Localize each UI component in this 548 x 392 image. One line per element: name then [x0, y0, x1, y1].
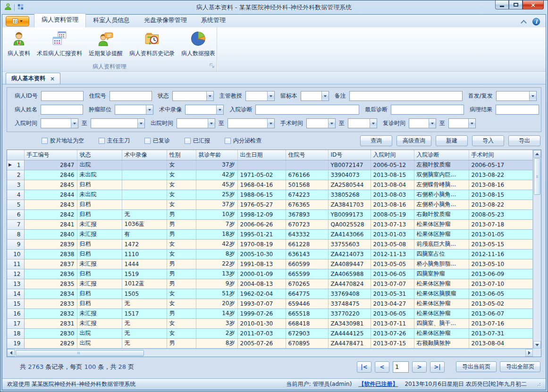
cell[interactable]: 1970-08-19: [237, 239, 286, 249]
filter-combo-手术时间[interactable]: [306, 118, 336, 128]
cell[interactable]: 松果体区肿瘤: [414, 309, 469, 318]
filter-input-住院号[interactable]: [110, 91, 152, 101]
cell[interactable]: 2012-11-13: [371, 249, 414, 259]
table-row[interactable]: 172831未汇报无女3岁2010-01-30668418ZA343098120…: [7, 318, 533, 328]
row-number-cell[interactable]: 17: [7, 318, 24, 328]
cell[interactable]: 8岁: [196, 338, 237, 348]
cell[interactable]: 无: [122, 328, 167, 338]
cell[interactable]: 2013-07-18: [469, 219, 533, 229]
cell[interactable]: 松果体区脑膜瘤: [414, 289, 469, 299]
cell[interactable]: 25岁: [196, 190, 237, 200]
cell[interactable]: 2842: [24, 209, 77, 219]
combo-dropdown-button[interactable]: [370, 119, 377, 128]
cell[interactable]: 2011-07-03: [237, 328, 286, 338]
cell[interactable]: 出院: [77, 338, 122, 348]
cell[interactable]: 归档: [77, 269, 122, 279]
ribbon-tab-2[interactable]: 科室人员信息: [86, 14, 137, 27]
cell[interactable]: 14岁: [196, 309, 237, 318]
combo-dropdown-button[interactable]: [267, 119, 274, 128]
cell[interactable]: 33805268: [328, 190, 371, 200]
table-row[interactable]: 92839归档1472女42岁1970-08-19661228337556032…: [7, 239, 533, 249]
table-row[interactable]: 102838归档1110女8岁2005-10-30636143ZA4214073…: [7, 249, 533, 259]
cell[interactable]: 1036蓝: [122, 219, 167, 229]
scroll-left-icon[interactable]: [7, 349, 15, 357]
cell[interactable]: 右额颞脑脓肿: [414, 338, 469, 348]
cell[interactable]: 660599: [286, 259, 328, 269]
cell[interactable]: 33770220: [328, 309, 371, 318]
cell[interactable]: YB0072147: [328, 160, 371, 170]
combo-dropdown-button[interactable]: [429, 119, 436, 128]
cell[interactable]: 2837: [24, 259, 77, 269]
cell[interactable]: 2013-06-05: [371, 309, 414, 318]
export-current-page-button[interactable]: 导出当前页: [456, 361, 497, 372]
row-number-cell[interactable]: 18: [7, 328, 24, 338]
scroll-up-icon[interactable]: [533, 150, 541, 158]
cell[interactable]: 前颅底巨大脑...: [414, 239, 469, 249]
ribbon-button-4[interactable]: 病人资料历史记录: [126, 29, 178, 63]
checkbox-2[interactable]: 主任主刀: [99, 137, 130, 145]
checkbox-4[interactable]: 已汇报: [185, 137, 210, 145]
table-row[interactable]: 82840未汇报有男18岁1995-01-21643332ZA414306620…: [7, 229, 533, 239]
cell[interactable]: 2013-04-27: [371, 299, 414, 309]
table-row[interactable]: 72841未汇报1036蓝男7岁2006-06-26670723QA002552…: [7, 219, 533, 229]
cell[interactable]: 42岁: [196, 170, 237, 180]
checkbox-5[interactable]: 内分泌检查: [225, 137, 261, 145]
cell[interactable]: 643332: [286, 229, 328, 239]
cell[interactable]: 2013-06-05: [469, 289, 533, 299]
cell[interactable]: 636143: [286, 249, 328, 259]
cell[interactable]: 1012蓝: [122, 279, 167, 289]
cell[interactable]: YB0099173: [328, 209, 371, 219]
cell[interactable]: 2844: [24, 190, 77, 200]
cell[interactable]: 2013-08-04: [371, 180, 414, 190]
cell[interactable]: 2829: [24, 338, 77, 348]
filter-input-病人ID号[interactable]: [41, 91, 84, 101]
cell[interactable]: 四脑室占位: [414, 249, 469, 259]
cell[interactable]: 未汇报: [77, 309, 122, 318]
combo-dropdown-button[interactable]: [71, 119, 78, 128]
vertical-scroll-thumb[interactable]: [534, 158, 540, 195]
cell[interactable]: 左额叶胶质瘤: [414, 160, 469, 170]
cell[interactable]: 未汇报: [77, 219, 122, 229]
cell[interactable]: 2006-05-12: [371, 160, 414, 170]
combo-dropdown-button[interactable]: [529, 92, 536, 100]
checkbox-3[interactable]: 已复诊: [144, 137, 170, 145]
table-row[interactable]: 112837未汇报1444男22岁1991-08-13660599ZA40894…: [7, 259, 533, 269]
cell[interactable]: 37岁: [196, 160, 237, 170]
cell[interactable]: 1472: [122, 239, 167, 249]
cell[interactable]: 2013-08-16: [371, 200, 414, 209]
cell[interactable]: 出院: [77, 328, 122, 338]
cell[interactable]: [122, 160, 167, 170]
filter-input-病人姓名[interactable]: [41, 105, 83, 115]
cell[interactable]: 2835: [24, 279, 77, 289]
cell[interactable]: 未汇报: [77, 318, 122, 328]
quick-access-icon[interactable]: [17, 3, 24, 12]
export-all-pages-button[interactable]: 导出全部页: [500, 361, 540, 372]
row-number-cell[interactable]: 10: [7, 249, 24, 259]
cell[interactable]: 1995-01-21: [237, 229, 286, 239]
cell[interactable]: 670265: [286, 279, 328, 289]
combo-dropdown-button[interactable]: [208, 119, 215, 128]
dialog-launcher-icon[interactable]: [210, 63, 215, 70]
cell[interactable]: 女: [167, 289, 196, 299]
app-avatar-icon[interactable]: [4, 3, 12, 12]
filter-combo-术中录像[interactable]: [185, 105, 224, 115]
cell[interactable]: 2847: [24, 160, 77, 170]
query-button[interactable]: 查询: [360, 135, 392, 146]
cell[interactable]: 22岁: [196, 259, 237, 269]
table-row[interactable]: 162832未汇报1517男14岁1999-07-266655183377022…: [7, 309, 533, 318]
cell[interactable]: 1962-02-04: [237, 289, 286, 299]
cell[interactable]: [122, 200, 167, 209]
filter-combo-至[interactable]: [228, 118, 275, 128]
cell[interactable]: 2013-01-05: [469, 229, 533, 239]
cell[interactable]: 2006-06-26: [237, 219, 286, 229]
vertical-scrollbar[interactable]: [533, 150, 541, 349]
tab-patient-basic-info[interactable]: 病人基本资料 ×: [6, 73, 60, 84]
cell[interactable]: 2013-05-08: [371, 239, 414, 249]
cell[interactable]: 1968-04-16: [237, 180, 286, 190]
cell[interactable]: 1519: [122, 269, 167, 279]
cell[interactable]: 51岁: [196, 289, 237, 299]
cell[interactable]: 女: [167, 200, 196, 209]
row-number-cell[interactable]: 11: [7, 259, 24, 269]
cell[interactable]: ZA4065988: [328, 269, 371, 279]
cell[interactable]: 未汇报: [77, 279, 122, 289]
